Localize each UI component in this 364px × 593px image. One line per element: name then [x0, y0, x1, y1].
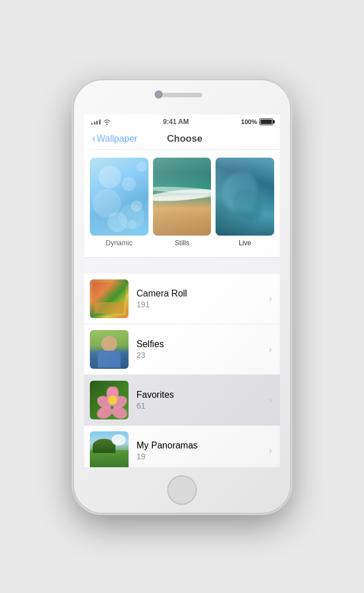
dynamic-wallpaper-item[interactable]: Dynamic — [90, 158, 148, 247]
page-title: Choose — [137, 133, 232, 145]
signal-bar-3 — [96, 121, 98, 125]
album-list: Camera Roll 191 › Selfi — [84, 274, 280, 467]
favorites-count: 61 — [136, 401, 269, 410]
panoramas-title: My Panoramas — [136, 440, 269, 451]
battery-icon — [259, 118, 273, 125]
status-bar: 9:41 AM 100% — [84, 114, 280, 128]
favorites-info: Favorites 61 — [136, 390, 269, 410]
back-button[interactable]: ‹ Wallpaper — [92, 133, 137, 145]
signal-icon — [91, 120, 101, 125]
panoramas-chevron-icon: › — [269, 446, 272, 456]
favorites-title: Favorites — [136, 390, 269, 400]
navigation-bar: ‹ Wallpaper Choose — [84, 128, 280, 150]
speaker — [162, 93, 202, 97]
content-area: Dynamic Stills — [84, 150, 280, 467]
panoramas-item[interactable]: My Panoramas 19 › — [84, 426, 280, 467]
section-separator — [84, 258, 280, 274]
camera-roll-info: Camera Roll 191 — [136, 289, 269, 309]
selfies-title: Selfies — [136, 339, 269, 349]
selfies-thumbnail — [90, 330, 129, 369]
live-label: Live — [239, 239, 251, 247]
home-button[interactable] — [167, 475, 197, 505]
back-chevron-icon: ‹ — [92, 133, 96, 145]
stills-preview — [153, 158, 212, 236]
selfies-item[interactable]: Selfies 23 › — [84, 324, 280, 375]
battery-percent: 100% — [241, 118, 257, 125]
dynamic-thumbnail — [90, 158, 148, 236]
camera-roll-title: Camera Roll — [136, 289, 269, 299]
wallpaper-types-grid: Dynamic Stills — [90, 158, 274, 247]
battery-fill — [260, 120, 272, 124]
wallpaper-types-section: Dynamic Stills — [84, 150, 280, 258]
status-right: 100% — [241, 118, 273, 125]
camera-roll-count: 191 — [136, 300, 269, 309]
selfies-info: Selfies 23 — [136, 339, 269, 360]
wifi-icon — [103, 119, 111, 125]
favorites-chevron-icon: › — [269, 395, 272, 405]
live-thumbnail — [216, 158, 274, 236]
phone-frame: 9:41 AM 100% ‹ Wallpaper Choose — [74, 80, 290, 513]
favorites-preview — [90, 381, 129, 419]
signal-bar-2 — [94, 122, 96, 125]
status-time: 9:41 AM — [163, 118, 189, 126]
selfies-preview — [90, 330, 129, 369]
selfies-count: 23 — [136, 351, 269, 360]
signal-bar-4 — [99, 120, 101, 125]
panoramas-info: My Panoramas 19 — [136, 440, 269, 461]
favorites-thumbnail — [90, 381, 129, 419]
stills-label: Stills — [175, 239, 189, 247]
camera-roll-thumbnail — [90, 279, 129, 318]
status-left — [91, 119, 111, 125]
back-label[interactable]: Wallpaper — [97, 134, 137, 144]
panoramas-preview — [90, 431, 129, 467]
panoramas-count: 19 — [136, 452, 269, 461]
signal-bar-1 — [91, 123, 93, 125]
svg-point-0 — [106, 123, 107, 125]
live-preview — [216, 158, 274, 236]
selfies-chevron-icon: › — [269, 344, 272, 355]
stills-thumbnail — [153, 158, 212, 236]
stills-wallpaper-item[interactable]: Stills — [153, 158, 212, 247]
favorites-item[interactable]: Favorites 61 › — [84, 375, 280, 426]
camera-roll-chevron-icon: › — [269, 294, 272, 304]
dynamic-preview — [90, 158, 148, 236]
screen: 9:41 AM 100% ‹ Wallpaper Choose — [84, 114, 280, 467]
live-wallpaper-item[interactable]: Live — [216, 158, 274, 247]
camera-roll-item[interactable]: Camera Roll 191 › — [84, 274, 280, 324]
panoramas-thumbnail — [90, 431, 129, 467]
camera-roll-preview — [90, 279, 129, 318]
camera — [155, 90, 163, 98]
dynamic-label: Dynamic — [106, 239, 133, 247]
